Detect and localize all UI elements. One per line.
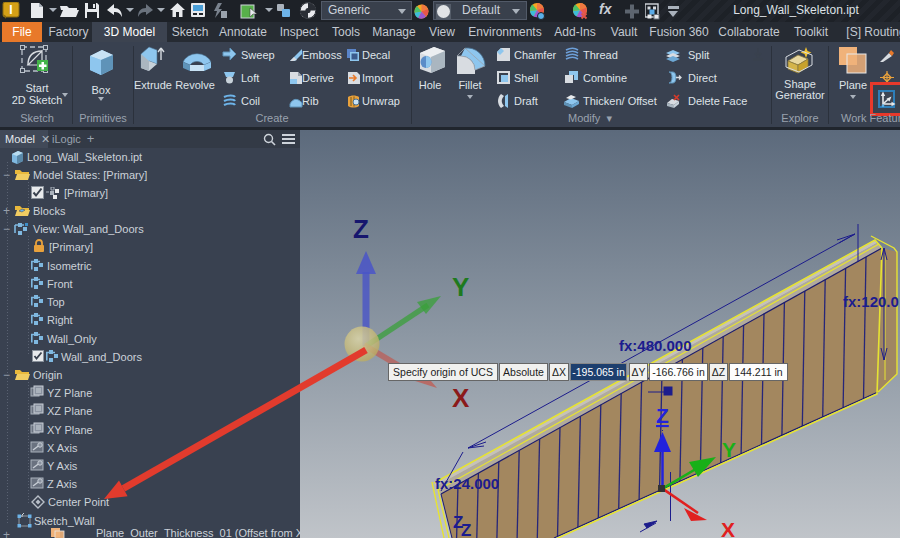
svg-text:X: X xyxy=(721,518,735,538)
svg-text:I: I xyxy=(9,3,12,17)
svg-text:fx:120.0: fx:120.0 xyxy=(843,293,899,310)
svg-text:Y: Y xyxy=(452,272,469,302)
svg-text:Z: Z xyxy=(461,521,471,538)
svg-text:fx:480.000: fx:480.000 xyxy=(619,337,692,354)
svg-text:Y: Y xyxy=(722,438,736,461)
svg-text:X: X xyxy=(452,383,470,413)
svg-text:fx:24.000: fx:24.000 xyxy=(435,475,499,492)
svg-text:Z: Z xyxy=(353,214,369,244)
svg-text:Z: Z xyxy=(656,404,669,427)
